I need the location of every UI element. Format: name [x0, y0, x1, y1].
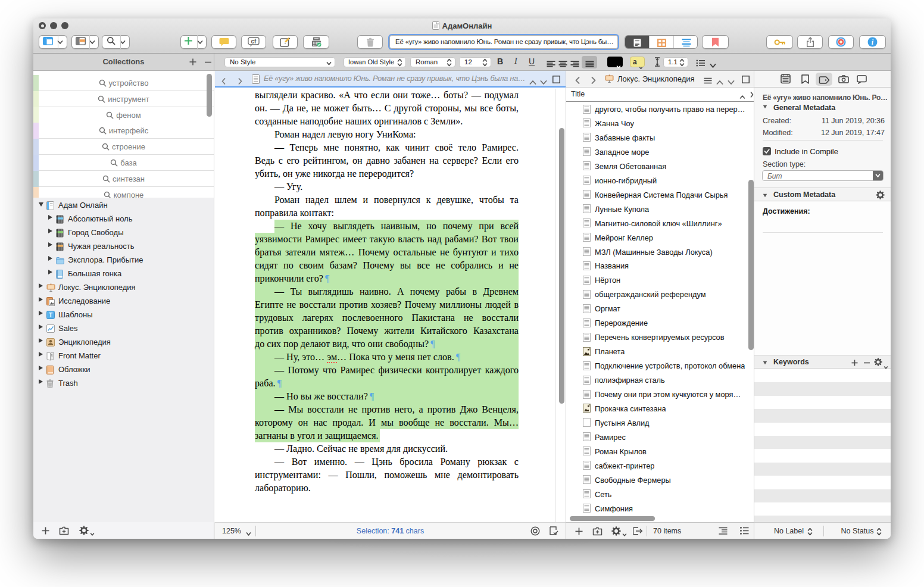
- svg-text:cf: cf: [251, 38, 257, 45]
- svg-text:T: T: [49, 311, 52, 318]
